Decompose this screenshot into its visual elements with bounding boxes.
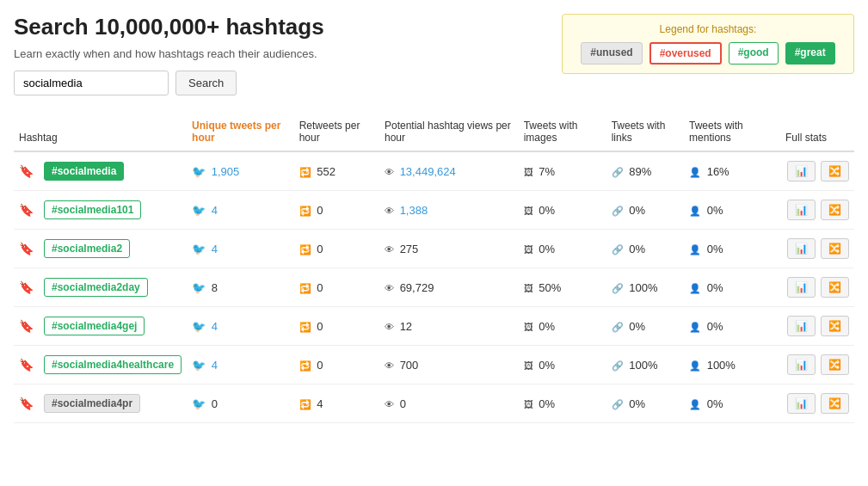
bookmark-icon[interactable]: 🔖 [19, 242, 34, 255]
links-cell: 🔗 0% [606, 230, 684, 268]
person-icon: 👤 [689, 283, 701, 293]
chart-button[interactable]: 📊 [787, 277, 816, 298]
eye-icon: 👁 [385, 244, 394, 255]
bookmark-cell: 🔖 [14, 384, 39, 423]
eye-icon: 👁 [385, 206, 394, 216]
unique-tweets-cell: 🐦 4 [187, 307, 294, 346]
bookmark-icon[interactable]: 🔖 [19, 203, 34, 217]
hashtag-tag[interactable]: #socialmedia [44, 162, 124, 181]
links-value: 0% [629, 397, 645, 410]
col-header-fullstats: Full stats [780, 113, 854, 151]
mentions-value: 100% [707, 359, 736, 372]
hashtag-cell: #socialmedia4pr [39, 384, 187, 423]
chart-button[interactable]: 📊 [787, 354, 816, 375]
hashtag-tag[interactable]: #socialmedia101 [44, 200, 141, 219]
person-icon: 👤 [689, 167, 701, 177]
bookmark-icon[interactable]: 🔖 [19, 397, 34, 410]
image-icon: 🖼 [524, 167, 533, 177]
eye-icon: 👁 [385, 399, 394, 409]
mentions-value: 0% [707, 281, 723, 294]
retweets-value: 0 [317, 320, 323, 333]
bookmark-cell: 🔖 [14, 307, 39, 346]
unique-tweets-value: 8 [212, 281, 218, 294]
retweet-icon: 🔁 [299, 206, 311, 216]
images-cell: 🖼 0% [519, 384, 606, 423]
mentions-value: 0% [707, 320, 723, 333]
bookmark-icon[interactable]: 🔖 [19, 319, 34, 333]
link-icon: 🔗 [612, 399, 624, 409]
hashtag-tag[interactable]: #socialmedia2day [44, 278, 148, 297]
retweets-value: 552 [317, 165, 336, 178]
retweets-cell: 🔁 0 [294, 191, 379, 230]
retweets-cell: 🔁 0 [294, 346, 379, 384]
network-button[interactable]: 🔀 [821, 161, 849, 181]
network-button[interactable]: 🔀 [821, 277, 849, 298]
bookmark-icon[interactable]: 🔖 [19, 358, 34, 372]
network-button[interactable]: 🔀 [821, 354, 849, 375]
images-cell: 🖼 0% [519, 346, 606, 384]
mentions-value: 16% [707, 165, 729, 178]
actions-cell: 📊 🔀 [780, 346, 854, 384]
bookmark-cell: 🔖 [14, 346, 39, 384]
link-icon: 🔗 [612, 167, 624, 177]
unique-tweets-cell: 🐦 4 [187, 346, 294, 384]
mentions-cell: 👤 0% [684, 268, 780, 307]
hashtag-tag[interactable]: #socialmedia2 [44, 239, 130, 258]
views-value: 12 [400, 320, 412, 333]
eye-icon: 👁 [385, 167, 394, 177]
views-value: 13,449,624 [400, 165, 456, 178]
network-button[interactable]: 🔀 [821, 200, 849, 220]
bookmark-icon[interactable]: 🔖 [19, 164, 34, 178]
retweets-cell: 🔁 4 [294, 384, 379, 423]
links-cell: 🔗 0% [606, 191, 684, 230]
search-button[interactable]: Search [175, 71, 237, 95]
actions-cell: 📊 🔀 [780, 151, 854, 191]
links-cell: 🔗 0% [606, 307, 684, 346]
chart-button[interactable]: 📊 [787, 238, 816, 259]
col-header-hashtag: Hashtag [14, 113, 187, 151]
retweets-value: 0 [317, 359, 323, 372]
hashtag-cell: #socialmedia4healthcare [39, 346, 187, 384]
person-icon: 👤 [689, 322, 701, 332]
chart-button[interactable]: 📊 [787, 161, 816, 181]
unique-tweets-value: 4 [212, 204, 218, 217]
hashtag-tag[interactable]: #socialmedia4healthcare [44, 355, 182, 374]
image-icon: 🖼 [524, 322, 533, 332]
retweet-icon: 🔁 [299, 283, 311, 293]
chart-button[interactable]: 📊 [787, 393, 816, 414]
hashtag-tag[interactable]: #socialmedia4pr [44, 394, 140, 413]
bookmark-cell: 🔖 [14, 151, 39, 191]
bookmark-icon[interactable]: 🔖 [19, 280, 34, 294]
hashtag-cell: #socialmedia4gej [39, 307, 187, 346]
chart-button[interactable]: 📊 [787, 200, 816, 220]
retweets-cell: 🔁 0 [294, 268, 379, 307]
table-row: 🔖 #socialmedia4gej 🐦 4 🔁 0 👁 12 🖼 0% 🔗 0… [14, 307, 854, 346]
eye-icon: 👁 [385, 360, 394, 371]
unique-tweets-value: 1,905 [212, 165, 240, 178]
mentions-value: 0% [707, 397, 723, 410]
actions-cell: 📊 🔀 [780, 384, 854, 423]
links-value: 0% [629, 204, 645, 217]
col-header-views: Potential hashtag views per hour [379, 113, 519, 151]
col-header-images: Tweets with images [519, 113, 606, 151]
person-icon: 👤 [689, 206, 701, 216]
network-button[interactable]: 🔀 [821, 316, 849, 336]
links-value: 100% [629, 359, 657, 372]
network-button[interactable]: 🔀 [821, 238, 849, 259]
network-button[interactable]: 🔀 [821, 393, 849, 414]
actions-cell: 📊 🔀 [780, 191, 854, 230]
hashtag-tag[interactable]: #socialmedia4gej [44, 317, 145, 335]
chart-button[interactable]: 📊 [787, 316, 816, 336]
legend-good: #good [729, 42, 779, 65]
views-cell: 👁 0 [379, 384, 519, 423]
retweets-value: 0 [317, 281, 323, 294]
images-cell: 🖼 0% [519, 191, 606, 230]
legend-overused: #overused [649, 42, 722, 65]
person-icon: 👤 [689, 360, 701, 371]
links-cell: 🔗 89% [606, 151, 684, 191]
retweet-icon: 🔁 [299, 399, 311, 409]
search-input[interactable] [14, 71, 169, 95]
mentions-value: 0% [707, 243, 723, 255]
bookmark-cell: 🔖 [14, 230, 39, 268]
eye-icon: 👁 [385, 322, 394, 332]
